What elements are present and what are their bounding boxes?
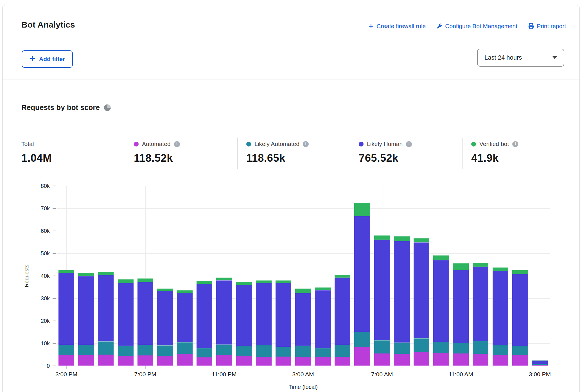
bar-1-4:00 PM[interactable]	[78, 273, 94, 366]
bar-23-2:00 PM[interactable]	[512, 270, 528, 366]
stat-likely-human: Likely Human i 765.52k	[359, 140, 460, 164]
y-tick-mark-50k	[53, 253, 56, 254]
likely-automated-segment	[295, 346, 311, 357]
likely-human-segment	[137, 282, 153, 345]
likely-automated-segment	[414, 338, 429, 352]
likely-automated-segment	[276, 347, 291, 357]
info-icon[interactable]: i	[303, 141, 309, 147]
y-tick-mark-60k	[53, 231, 56, 231]
add-filter-button[interactable]: Add filter	[22, 50, 73, 68]
info-icon[interactable]: i	[512, 141, 518, 147]
bar-16-7:00 AM[interactable]	[374, 235, 390, 366]
likely-human-segment	[335, 278, 350, 344]
likely-automated-segment	[78, 345, 94, 355]
add-filter-label: Add filter	[39, 56, 65, 62]
printer-icon	[528, 23, 534, 29]
y-tick-label-70k: 70k	[30, 205, 50, 212]
automated-segment	[137, 355, 153, 366]
x-tick-label-0: 3:00 PM	[41, 371, 92, 378]
y-tick-mark-20k	[53, 321, 56, 321]
stat-total-value: 1.04M	[21, 152, 123, 164]
bar-17-8:00 AM[interactable]	[394, 236, 410, 366]
likely-automated-segment	[256, 345, 272, 357]
verified-bot-segment	[236, 282, 252, 285]
x-tick-label-6: 3:00 PM	[515, 371, 565, 378]
stat-divider	[237, 138, 238, 169]
page-title: Bot Analytics	[21, 20, 75, 30]
plus-icon	[30, 55, 36, 63]
create-firewall-rule-link[interactable]: Create firewall rule	[368, 23, 426, 30]
y-tick-mark-30k	[53, 298, 56, 299]
likely-human-segment	[98, 275, 114, 341]
automated-segment	[197, 357, 212, 366]
automated-segment	[216, 355, 232, 366]
time-range-select[interactable]: Last 24 hours	[477, 49, 564, 67]
pie-chart-icon	[104, 104, 111, 111]
automated-segment	[453, 353, 469, 366]
bar-19-10:00 AM[interactable]	[433, 255, 449, 366]
likely-human-segment	[512, 274, 528, 346]
verified-bot-segment	[433, 255, 449, 260]
section-title: Requests by bot score	[21, 103, 100, 112]
stat-verified-bot-value: 41.9k	[471, 152, 572, 164]
bar-20-11:00 AM[interactable]	[453, 263, 469, 366]
bar-22-1:00 PM[interactable]	[493, 267, 508, 366]
bar-14-5:00 AM[interactable]	[335, 275, 350, 366]
print-report-link[interactable]: Print report	[528, 23, 566, 30]
x-tick-mark-6	[540, 366, 540, 369]
likely-automated-segment	[236, 346, 252, 356]
likely-automated-segment	[315, 348, 331, 357]
bar-15-6:00 AM[interactable]	[354, 203, 370, 366]
verified-bot-segment	[512, 270, 528, 274]
bar-0-3:00 PM[interactable]	[58, 270, 74, 366]
verified-bot-segment	[453, 263, 469, 270]
bar-8-11:00 PM[interactable]	[216, 278, 232, 366]
x-tick-label-3: 3:00 AM	[278, 371, 328, 378]
automated-segment	[532, 365, 548, 366]
automated-segment	[118, 356, 134, 366]
automated-segment	[177, 354, 193, 366]
automated-segment	[315, 357, 331, 366]
bar-3-6:00 PM[interactable]	[118, 279, 134, 366]
bar-13-4:00 AM[interactable]	[315, 287, 331, 366]
bar-24-3:00 PM[interactable]	[532, 360, 548, 366]
likely-automated-segment	[157, 345, 173, 356]
automated-segment	[157, 356, 173, 366]
bar-9-12:00 AM[interactable]	[236, 282, 252, 366]
automated-segment	[354, 347, 370, 366]
likely-automated-segment	[512, 346, 528, 355]
likely-human-segment	[473, 267, 488, 341]
bar-7-10:00 PM[interactable]	[197, 281, 212, 366]
stat-verified-bot: Verified bot i 41.9k	[471, 140, 572, 164]
bar-21-12:00 PM[interactable]	[473, 263, 488, 366]
likely-human-segment	[216, 280, 232, 344]
likely-human-segment	[236, 285, 252, 346]
info-icon[interactable]: i	[174, 141, 180, 147]
bar-4-7:00 PM[interactable]	[137, 278, 153, 366]
automated-segment	[473, 354, 488, 366]
automated-segment	[414, 352, 429, 366]
bar-11-2:00 AM[interactable]	[276, 280, 291, 366]
likely-automated-segment	[394, 343, 410, 354]
bar-12-3:00 AM[interactable]	[295, 289, 311, 366]
configure-bot-management-link[interactable]: Configure Bot Management	[436, 23, 517, 30]
plot-area: 010k20k30k40k50k60k70k80k3:00 PM7:00 PM1…	[57, 186, 550, 366]
verified-bot-dot-icon	[471, 142, 476, 147]
verified-bot-segment	[493, 267, 508, 271]
info-icon[interactable]: i	[406, 141, 412, 147]
likely-automated-segment	[98, 341, 114, 355]
verified-bot-segment	[78, 273, 94, 276]
y-tick-mark-40k	[53, 276, 56, 276]
likely-human-segment	[157, 291, 173, 345]
likely-automated-segment	[197, 348, 212, 358]
automated-dot-icon	[134, 142, 139, 147]
likely-automated-segment	[354, 332, 370, 347]
bar-2-5:00 PM[interactable]	[98, 272, 114, 366]
likely-human-segment	[256, 283, 272, 345]
bar-6-9:00 PM[interactable]	[177, 290, 193, 366]
bar-5-8:00 PM[interactable]	[157, 289, 173, 366]
bar-10-1:00 AM[interactable]	[256, 280, 272, 366]
y-tick-label-10k: 10k	[30, 340, 50, 347]
bar-18-9:00 AM[interactable]	[414, 238, 429, 366]
verified-bot-segment	[177, 290, 193, 293]
